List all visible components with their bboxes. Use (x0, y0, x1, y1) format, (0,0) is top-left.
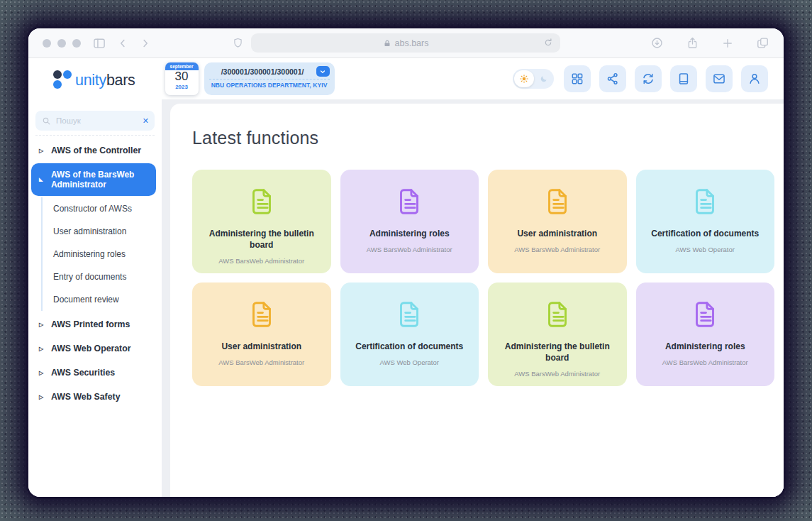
sidebar-item[interactable]: ▷AWS Securities (28, 361, 162, 385)
function-card[interactable]: User administration AWS BarsWeb Administ… (192, 283, 331, 386)
apps-grid-button[interactable] (564, 65, 591, 92)
sidebar-item-label: AWS of the Controller (51, 146, 141, 155)
sidebar-item[interactable]: Document review (43, 288, 162, 311)
back-button[interactable] (116, 37, 129, 50)
downloads-icon[interactable] (650, 36, 664, 50)
sidebar-search[interactable]: ✕ (35, 111, 155, 131)
browser-toolbar: abs.bars (28, 28, 784, 58)
card-title: Administering the bulletin board (202, 228, 321, 251)
document-icon (393, 298, 426, 331)
mail-button[interactable] (706, 65, 733, 92)
branch-path: /300001/300001/300001/ (209, 67, 316, 76)
sidebar-item[interactable]: ▷AWS Printed forms (28, 312, 162, 336)
sidebar-item[interactable]: User administration (43, 220, 162, 243)
sidebar-item[interactable]: Constructor of AWSs (43, 197, 162, 220)
lock-icon (383, 39, 391, 48)
function-card[interactable]: Administering roles AWS BarsWeb Administ… (340, 170, 479, 273)
theme-toggle[interactable] (513, 69, 554, 89)
app-header: unitybars september 30 2023 /300001/3000… (28, 58, 784, 99)
function-card[interactable]: Administering the bulletin board AWS Bar… (488, 283, 627, 386)
card-subtitle: AWS BarsWeb Administrator (218, 257, 304, 265)
header-actions (564, 65, 768, 92)
function-card[interactable]: User administration AWS BarsWeb Administ… (488, 170, 627, 273)
card-title: Administering roles (665, 341, 745, 352)
profile-button[interactable] (741, 65, 768, 92)
minimize-window-button[interactable] (57, 39, 66, 48)
share-page-icon[interactable] (686, 36, 699, 50)
document-icon (245, 185, 278, 218)
document-icon (689, 298, 721, 331)
document-icon (541, 185, 574, 218)
sidebar-item[interactable]: ▷AWS of the Controller (28, 138, 162, 163)
card-subtitle: AWS BarsWeb Administrator (514, 246, 600, 253)
unitybars-logo: unitybars (52, 68, 135, 90)
branch-dropdown-button[interactable] (316, 66, 330, 77)
clear-search-icon[interactable]: ✕ (143, 117, 149, 125)
sidebar-subgroup: Constructor of AWSsUser administrationAd… (41, 197, 162, 311)
function-card[interactable]: Administering the bulletin board AWS Bar… (192, 170, 331, 273)
close-window-button[interactable] (43, 39, 51, 48)
logo-text-unity: unity (75, 72, 106, 89)
desktop-background: { "browser": { "url": "abs.bars" }, "hea… (0, 0, 812, 521)
sidebar-item-label: AWS of the BarsWeb Administrator (51, 170, 152, 190)
document-icon (393, 185, 426, 218)
card-subtitle: AWS Web Operator (380, 358, 439, 366)
page-title: Latest functions (192, 128, 774, 148)
triangle-collapsed-icon: ▷ (39, 394, 45, 400)
sidebar-item-label: AWS Web Operator (51, 344, 131, 353)
triangle-collapsed-icon: ▷ (39, 322, 45, 328)
address-bar[interactable]: abs.bars (251, 33, 560, 53)
card-title: Certification of documents (651, 228, 759, 239)
share-button[interactable] (599, 65, 626, 92)
tab-overview-icon[interactable] (756, 36, 769, 50)
sidebar-item[interactable]: Entry of documents (43, 265, 162, 288)
triangle-collapsed-icon: ▷ (39, 148, 45, 154)
operational-date-badge[interactable]: september 30 2023 (165, 62, 199, 95)
function-card[interactable]: Administering roles AWS BarsWeb Administ… (636, 283, 775, 386)
sidebar-item-label: AWS Web Safety (51, 392, 121, 402)
card-subtitle: AWS BarsWeb Administrator (514, 370, 600, 378)
light-theme-sun-icon[interactable] (514, 70, 534, 87)
branch-department: NBU OPERATIONS DEPARTMENT, KYIV (209, 82, 330, 89)
sidebar-item[interactable]: ▷AWS Web Operator (28, 336, 162, 361)
logo-dots-icon (52, 68, 73, 90)
date-day: 30 (165, 70, 199, 84)
logo-text-bars: bars (106, 72, 135, 89)
reload-icon[interactable] (543, 37, 554, 48)
triangle-collapsed-icon: ▷ (39, 346, 45, 352)
new-tab-icon[interactable] (721, 37, 734, 50)
card-subtitle: AWS Web Operator (676, 246, 735, 253)
journal-button[interactable] (670, 65, 697, 92)
content-panel: Latest functions Administering the bulle… (170, 104, 784, 497)
sync-button[interactable] (635, 65, 662, 92)
card-subtitle: AWS BarsWeb Administrator (662, 358, 748, 366)
date-year: 2023 (165, 84, 199, 90)
card-title: User administration (517, 228, 597, 239)
sidebar: ✕ ▷AWS of the Controller◣AWS of the Bars… (28, 99, 162, 497)
document-icon (541, 298, 574, 331)
sidebar-item[interactable]: ◣AWS of the BarsWeb Administrator (31, 163, 156, 196)
function-card[interactable]: Certification of documents AWS Web Opera… (636, 170, 775, 273)
card-title: User administration (221, 341, 301, 352)
forward-button[interactable] (139, 37, 152, 50)
triangle-expanded-icon: ◣ (39, 177, 45, 182)
triangle-collapsed-icon: ▷ (39, 370, 45, 376)
function-card[interactable]: Certification of documents AWS Web Opera… (340, 283, 479, 386)
sidebar-toggle-icon[interactable] (92, 36, 106, 50)
search-icon (41, 116, 52, 126)
card-subtitle: AWS BarsWeb Administrator (218, 358, 304, 366)
sidebar-item-label: AWS Securities (51, 368, 115, 378)
document-icon (245, 298, 278, 331)
sidebar-divider (35, 135, 155, 136)
dark-theme-moon-icon[interactable] (539, 74, 549, 84)
search-input[interactable] (56, 116, 138, 125)
sidebar-item[interactable]: ▷AWS Web Safety (28, 385, 162, 409)
sidebar-item-label: AWS Printed forms (51, 319, 130, 329)
zoom-window-button[interactable] (72, 39, 81, 48)
sidebar-item[interactable]: Administering roles (43, 243, 162, 265)
document-icon (689, 185, 721, 218)
window-controls[interactable] (43, 39, 81, 48)
content-background: Latest functions Administering the bulle… (162, 99, 784, 497)
privacy-shield-icon[interactable] (232, 37, 244, 49)
url-text: abs.bars (395, 38, 429, 48)
